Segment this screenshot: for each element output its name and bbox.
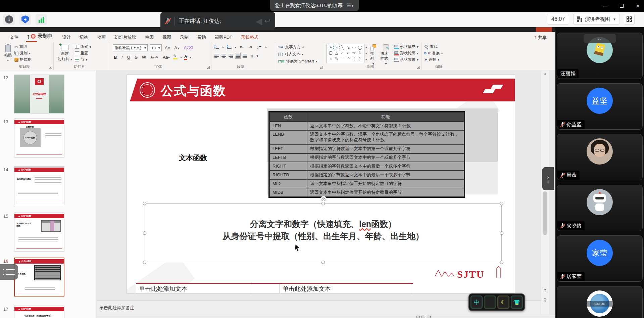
decrease-indent-button[interactable]: ⇤ (239, 44, 245, 50)
justify-button[interactable] (235, 53, 240, 58)
participant-tile[interactable]: CSIOE (557, 286, 643, 318)
layout-button[interactable]: 版式▾ (74, 44, 92, 50)
italic-button[interactable]: I (120, 54, 123, 60)
slide-16[interactable]: 公式与函数 函数 功能 LEN 返回文本串中的字符数。不论中英文字符都按 1 计… (127, 75, 515, 293)
clipboard-dialog-launcher[interactable] (49, 66, 52, 69)
slide-title-banner[interactable]: 公式与函数 (129, 79, 515, 101)
fullscreen-button[interactable] (624, 14, 635, 25)
thumbnail-slide-12[interactable]: 03 公式与函数 (14, 75, 64, 113)
resize-handle-sw[interactable] (143, 261, 146, 264)
shrink-font-button[interactable]: A˅ (173, 45, 181, 51)
drawing-dialog-launcher[interactable] (417, 66, 420, 69)
share-button[interactable]: ⤴ 共享 (532, 33, 550, 42)
thumbnail-slide-17[interactable]: 公式与函数 VLOOKUP、INDEX&MATCH (14, 306, 64, 318)
ime-chinese-key[interactable]: 中 (470, 296, 483, 309)
font-dialog-launcher[interactable] (207, 66, 210, 69)
tab-slideshow[interactable]: 幻灯片放映 (110, 32, 141, 42)
meeting-info-button[interactable]: i (3, 14, 15, 25)
participant-tile[interactable]: 家莹 居家莹 (557, 235, 643, 282)
strikethrough2-button[interactable]: ab (141, 55, 147, 59)
resize-handle-n[interactable] (321, 202, 325, 205)
select-button[interactable]: ➤选择▾ (424, 56, 459, 63)
content-placeholder-left[interactable]: 单击此处添加文本 (136, 284, 252, 293)
annotation-list-button[interactable] (0, 264, 18, 280)
resize-handle-s[interactable] (321, 261, 325, 264)
bold-button[interactable]: B (113, 54, 118, 60)
format-painter-button[interactable]: 格式刷 (14, 56, 32, 63)
undo-arrow-icon[interactable]: ↩ (264, 17, 270, 25)
increase-indent-button[interactable]: ⇥ (247, 44, 253, 50)
resize-handle-ne[interactable] (500, 202, 503, 205)
scrollbar-thumb[interactable] (543, 191, 547, 235)
meeting-panel-handle[interactable]: › ⁞⁞ (542, 167, 554, 190)
underline-button[interactable]: U (126, 54, 131, 60)
participant-tile[interactable]: 周薇 (557, 134, 643, 180)
collapse-sidebar-button[interactable]: ︿ (584, 34, 616, 43)
participant-tile[interactable]: ︿ 汪丽娟 (557, 33, 643, 79)
reset-button[interactable]: 重置 (74, 50, 92, 56)
align-right-button[interactable] (228, 53, 233, 58)
content-placeholder-right[interactable]: 单击此处添加文本 (280, 284, 413, 293)
previous-slide-button[interactable]: ↥ (541, 288, 549, 293)
paragraph-dialog-launcher[interactable] (320, 66, 323, 69)
shape-outline-button[interactable]: 形状轮廓▾ (394, 50, 419, 56)
thumbnail-slide-16-current[interactable]: 公式与函数 文本函数 (14, 258, 64, 297)
find-button[interactable]: 查找 (424, 44, 459, 50)
close-button[interactable]: ✕ (634, 2, 641, 10)
strikethrough-button[interactable]: S (134, 54, 139, 60)
view-sorter-icon[interactable] (422, 316, 425, 318)
participant-tile[interactable]: 益坚 孙益坚 (557, 83, 643, 130)
new-slide-button[interactable]: 新建 幻灯片 ▾ (56, 44, 74, 63)
security-button[interactable]: + (19, 14, 31, 25)
text-functions-label[interactable]: 文本函数 (179, 153, 207, 163)
section-button[interactable]: 节▾ (74, 56, 92, 63)
shape-effects-button[interactable]: 形状效果▾ (394, 56, 419, 63)
line-spacing-button[interactable]: ↕≡ (256, 44, 262, 50)
highlight-color-button[interactable] (173, 55, 178, 59)
cut-button[interactable]: ✂剪切 (14, 44, 32, 50)
grow-font-button[interactable]: A˄ (164, 45, 171, 51)
rotate-handle[interactable]: ⟳ (321, 196, 326, 201)
next-slide-button[interactable]: ↧ (541, 298, 549, 303)
tab-foxit-pdf[interactable]: 福昕PDF (210, 32, 237, 42)
scroll-up-icon[interactable]: ▲ (541, 72, 549, 75)
paste-button[interactable]: 粘贴▾ (2, 44, 14, 63)
replace-button[interactable]: b↺c替换▾ (424, 50, 459, 56)
ime-skin-key[interactable] (511, 296, 523, 309)
align-center-button[interactable] (221, 53, 226, 58)
clear-formatting-button[interactable]: A⌫ (183, 45, 194, 51)
align-left-button[interactable] (214, 53, 219, 58)
shape-gallery-scroll[interactable]: ▲ ▼ ▼̄ (364, 44, 368, 63)
participant-tile[interactable]: 桼晓倩 (557, 185, 643, 231)
tab-help[interactable]: 帮助 (193, 32, 210, 42)
maximize-button[interactable] (618, 2, 625, 10)
font-color-button[interactable]: A (184, 54, 187, 60)
tab-transitions[interactable]: 切换 (75, 32, 93, 42)
tab-view[interactable]: 视图 (158, 32, 176, 42)
character-spacing-button[interactable]: A⇿V (149, 55, 159, 60)
text-direction-button[interactable]: ⇅A文字方向▾ (277, 44, 322, 51)
view-reading-icon[interactable] (427, 316, 431, 318)
resize-handle-w[interactable] (143, 231, 146, 235)
bullets-button[interactable] (214, 45, 219, 49)
view-normal-icon[interactable] (416, 316, 420, 318)
resize-handle-e[interactable] (500, 231, 503, 235)
minimize-button[interactable] (602, 2, 609, 10)
tab-file[interactable]: 文件 (5, 32, 23, 42)
arrange-button[interactable]: 排列▾ (368, 44, 378, 66)
align-text-button[interactable]: [⇕]对齐文本▾ (277, 51, 322, 58)
font-size-select[interactable]: 18▾ (150, 44, 162, 51)
numbering-button[interactable] (227, 45, 232, 49)
tab-record[interactable]: 录制 (176, 32, 193, 42)
tab-design[interactable]: 设计 (58, 32, 75, 42)
network-quality-button[interactable] (36, 14, 47, 25)
copy-button[interactable]: 复制 ▾ (14, 50, 32, 56)
ime-punctuation-key[interactable] (484, 296, 496, 309)
vertical-scrollbar[interactable]: ▲ ↥ ↧ (541, 71, 549, 315)
thumbnail-slide-15[interactable]: 公式与函数 SUMPRODUCT函数 (14, 213, 64, 252)
tab-animations[interactable]: 动画 (93, 32, 110, 42)
tab-shape-format[interactable]: 形状格式 (237, 32, 263, 42)
hamburger-menu-icon[interactable]: ☰▾ (347, 3, 354, 8)
thumbnail-slide-14[interactable]: 公式与函数 数学和统计函数 (14, 166, 64, 205)
view-mode-dropdown[interactable]: 演讲者视图 ▼ (573, 14, 620, 25)
